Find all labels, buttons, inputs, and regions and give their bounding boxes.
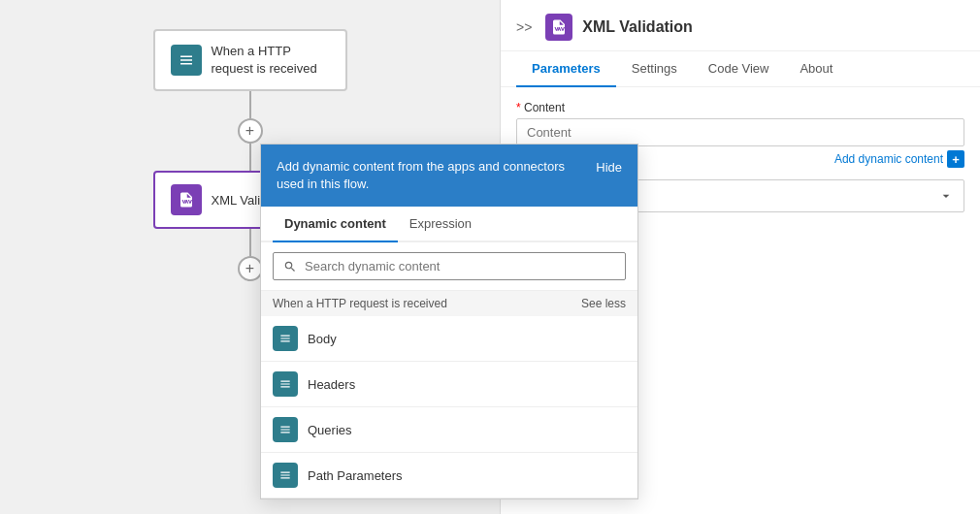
tab-parameters[interactable]: Parameters [516, 51, 616, 87]
add-step-button-1[interactable]: + [238, 118, 263, 144]
panel-title: XML Validation [582, 18, 693, 36]
connector-3 [249, 229, 251, 256]
path-params-item-label: Path Parameters [308, 468, 403, 483]
popup-search-area [261, 242, 637, 290]
http-request-icon [171, 45, 202, 76]
tab-about[interactable]: About [784, 51, 848, 87]
popup-tabs: Dynamic content Expression [261, 207, 637, 242]
http-request-label: When a HTTP request is received [212, 43, 330, 78]
headers-item-label: Headers [308, 377, 355, 392]
xml-validation-icon [171, 184, 202, 215]
panel-xml-icon [545, 14, 572, 41]
queries-item-icon [273, 417, 298, 442]
tab-settings[interactable]: Settings [616, 51, 693, 87]
popup-section-header: When a HTTP request is received See less [261, 290, 637, 316]
popup-header: Add dynamic content from the apps and co… [261, 145, 637, 207]
body-item-icon [273, 326, 298, 351]
body-item-label: Body [308, 332, 337, 346]
dynamic-item-headers[interactable]: Headers [261, 362, 637, 407]
add-dynamic-label[interactable]: Add dynamic content [834, 152, 943, 166]
panel-header: >> XML Validation [501, 0, 980, 51]
popup-tab-dynamic[interactable]: Dynamic content [273, 207, 398, 242]
see-less-button[interactable]: See less [581, 297, 626, 310]
dynamic-item-path-params[interactable]: Path Parameters [261, 453, 637, 498]
content-label: * Content [516, 101, 964, 114]
path-params-item-icon [273, 463, 298, 488]
section-title: When a HTTP request is received [273, 297, 447, 310]
connector-1 [249, 91, 251, 118]
expand-icon[interactable]: >> [516, 19, 532, 35]
queries-item-label: Queries [308, 423, 352, 437]
panel-tabs: Parameters Settings Code View About [501, 51, 980, 87]
dropdown-chevron-icon [938, 188, 954, 204]
popup-tab-expression[interactable]: Expression [398, 207, 483, 242]
search-icon [283, 260, 297, 273]
popup-header-text: Add dynamic content from the apps and co… [277, 158, 568, 193]
search-box [273, 252, 626, 280]
dynamic-item-body[interactable]: Body [261, 316, 637, 362]
http-request-node[interactable]: When a HTTP request is received [153, 29, 347, 91]
tab-codeview[interactable]: Code View [693, 51, 785, 87]
search-input[interactable] [305, 259, 615, 273]
content-input[interactable] [516, 118, 964, 146]
add-step-button-2[interactable]: + [238, 256, 263, 281]
add-dynamic-button[interactable]: + [947, 150, 964, 168]
dynamic-item-queries[interactable]: Queries [261, 407, 637, 453]
popup-hide-button[interactable]: Hide [596, 158, 622, 175]
headers-item-icon [273, 371, 298, 397]
dynamic-content-popup: Add dynamic content from the apps and co… [260, 144, 638, 499]
connector-2 [249, 144, 251, 171]
